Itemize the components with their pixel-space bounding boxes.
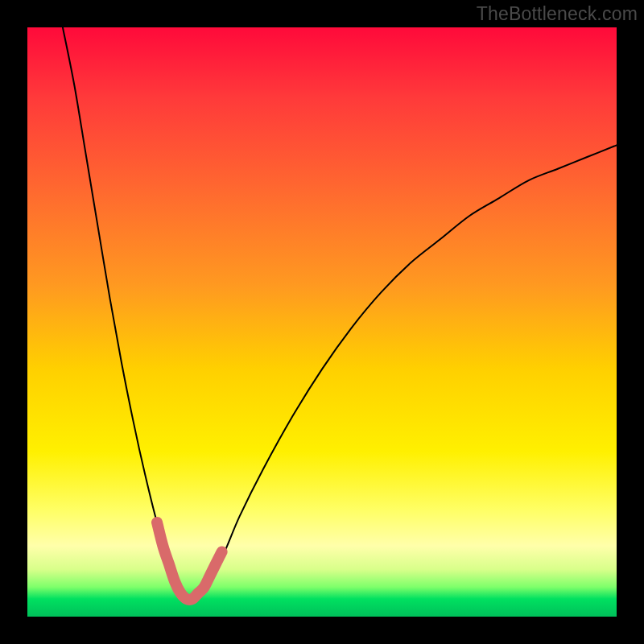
chart-svg xyxy=(27,27,617,617)
outer-frame: TheBottleneck.com xyxy=(0,0,644,644)
bottleneck-curve-path xyxy=(63,27,617,601)
watermark-text: TheBottleneck.com xyxy=(477,3,638,25)
highlight-segment-path xyxy=(157,522,222,600)
plot-area xyxy=(27,27,617,617)
